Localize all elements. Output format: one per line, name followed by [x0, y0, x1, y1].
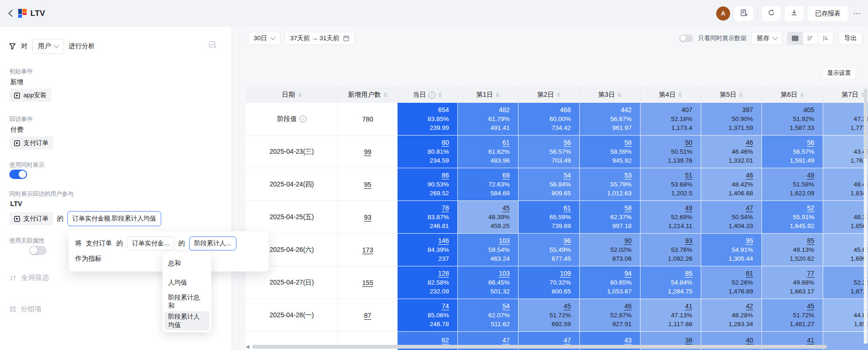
- heat-cell[interactable]: 40752.18%1,173.4: [640, 103, 701, 136]
- heat-cell[interactable]: 5153.68%1,202.5: [640, 168, 701, 201]
- sort-icon[interactable]: [800, 93, 804, 97]
- column-header[interactable]: 第2日: [519, 87, 580, 103]
- heat-cell[interactable]: 4551.72%692.59: [519, 299, 580, 332]
- heat-cell[interactable]: 4648.42%1,834.33: [823, 168, 868, 201]
- initial-event-tag[interactable]: app安装: [9, 89, 51, 102]
- only-simultaneous-toggle[interactable]: [679, 35, 693, 42]
- sort-icon[interactable]: [739, 93, 743, 97]
- sort-icon[interactable]: [384, 93, 387, 97]
- heat-cell[interactable]: 7485.06%246.78: [398, 299, 458, 332]
- heat-cell[interactable]: 5456.84%809.65: [519, 168, 580, 201]
- heat-cell[interactable]: 4147.13%1,117.88: [640, 299, 701, 332]
- heat-cell[interactable]: 5862.37%997.18: [580, 201, 640, 234]
- avatar[interactable]: A: [716, 7, 730, 21]
- download-button[interactable]: [785, 6, 804, 21]
- sort-icon[interactable]: [618, 93, 621, 97]
- heat-cell[interactable]: 8152.26%1,476.89: [701, 266, 762, 299]
- heat-cell[interactable]: 5858.59%945.92: [580, 136, 640, 168]
- scroll-left-icon[interactable]: ◀: [246, 344, 252, 349]
- heat-cell[interactable]: 4646.46%1,332.01: [701, 136, 762, 168]
- heat-cell[interactable]: 44256.67%961.97: [580, 103, 640, 136]
- column-header[interactable]: 第3日: [580, 87, 640, 103]
- new-users-cell[interactable]: 155: [338, 266, 398, 299]
- heat-cell[interactable]: 4951.58%1,622.09: [762, 168, 823, 201]
- heat-cell[interactable]: 39750.90%1,371.59: [701, 103, 762, 136]
- new-users-cell[interactable]: 87: [338, 299, 398, 332]
- scrollbar-thumb[interactable]: [252, 345, 827, 349]
- heat-cell[interactable]: 7945.66%1,699.35: [823, 234, 868, 266]
- heat-cell[interactable]: 4548.39%459.25: [458, 201, 519, 234]
- group-by-row[interactable]: 分组项: [9, 305, 42, 314]
- dropdown-option[interactable]: 人均值: [163, 273, 211, 292]
- property-select[interactable]: 订单实付金...: [127, 236, 174, 250]
- heat-cell[interactable]: 10970.32%800.65: [519, 266, 580, 299]
- heat-cell[interactable]: 4248.28%1,283.34: [701, 299, 762, 332]
- ltv-metric-select[interactable]: 订单实付金额.阶段累计人均值: [67, 211, 161, 226]
- column-header[interactable]: 第1日: [458, 87, 519, 103]
- heat-cell[interactable]: 3944.83%1,658.4: [823, 299, 868, 332]
- new-users-cell[interactable]: 95: [338, 168, 398, 201]
- heat-cell[interactable]: 9655.49%677.45: [519, 234, 580, 266]
- heat-cell[interactable]: 4750.54%1,404.33: [701, 201, 762, 234]
- chart-view-button[interactable]: [803, 32, 818, 44]
- heat-cell[interactable]: 8554.84%1,284.75: [640, 266, 701, 299]
- column-header[interactable]: 新增用户数: [338, 87, 398, 103]
- heat-cell[interactable]: 4952.69%1,214.11: [640, 201, 701, 234]
- table-view-button[interactable]: [788, 32, 803, 44]
- date-range-button[interactable]: 37天前 → 31天前: [285, 32, 355, 45]
- heat-cell[interactable]: 10359.54%463.24: [458, 234, 519, 266]
- return-event-tag[interactable]: 支付订单: [9, 136, 53, 150]
- heat-cell[interactable]: 9554.91%1,305.44: [701, 234, 762, 266]
- heat-cell[interactable]: 5255.91%1,645.92: [762, 201, 823, 234]
- export-button[interactable]: 导出: [839, 32, 862, 45]
- heat-cell[interactable]: 5355.79%1,012.63: [580, 168, 640, 201]
- dropdown-option[interactable]: 总和: [163, 254, 211, 273]
- save-as-report-button[interactable]: [734, 6, 753, 21]
- more-button[interactable]: ⋯: [853, 9, 861, 18]
- heat-cell[interactable]: 5462.07%511.62: [458, 299, 519, 332]
- new-users-cell[interactable]: 99: [338, 136, 398, 168]
- heat-cell[interactable]: 7749.68%1,663.17: [762, 266, 823, 299]
- column-header[interactable]: 第6日: [762, 87, 823, 103]
- sort-icon[interactable]: [298, 93, 302, 97]
- heat-cell[interactable]: 40551.92%1,587.33: [762, 103, 823, 136]
- aggregation-select[interactable]: 阶段累计人...: [189, 236, 236, 250]
- heat-cell[interactable]: 9353.76%1,092.26: [640, 234, 701, 266]
- heat-cell[interactable]: 4343.43%1,761.85: [823, 136, 868, 168]
- heat-cell[interactable]: 4648.42%1,406.68: [701, 168, 762, 201]
- column-header[interactable]: 第4日: [640, 87, 701, 103]
- dropdown-option[interactable]: 阶段累计总和: [163, 292, 211, 311]
- heat-cell[interactable]: 6161.62%483.96: [458, 136, 519, 168]
- sort-icon[interactable]: [678, 93, 682, 97]
- heat-cell[interactable]: 8690.53%269.52: [398, 168, 458, 201]
- heat-cell[interactable]: 4551.72%1,481.27: [762, 299, 823, 332]
- add-chart-icon[interactable]: [208, 41, 217, 51]
- ltv-event-tag[interactable]: 支付订单: [9, 212, 53, 225]
- heat-cell[interactable]: 36947.31%1,777.94: [823, 103, 868, 136]
- heat-cell[interactable]: 7883.87%246.81: [398, 201, 458, 234]
- column-header[interactable]: 第5日: [701, 87, 762, 103]
- horizontal-scrollbar[interactable]: ◀: [246, 344, 862, 349]
- heat-cell[interactable]: 10366.45%501.32: [458, 266, 519, 299]
- heat-cell[interactable]: 48261.79%491.41: [458, 103, 519, 136]
- new-users-cell[interactable]: 173: [338, 234, 398, 266]
- heat-cell[interactable]: 14684.39%237: [398, 234, 458, 266]
- saved-reports-button[interactable]: 已存报表: [808, 6, 848, 21]
- display-settings-button[interactable]: 显示设置: [822, 67, 856, 79]
- back-button[interactable]: [7, 8, 17, 19]
- heat-cell[interactable]: 5656.57%1,591.49: [762, 136, 823, 168]
- heat-cell[interactable]: 5050.51%1,139.76: [640, 136, 701, 168]
- heat-cell[interactable]: 46860.00%734.42: [519, 103, 580, 136]
- heat-cell[interactable]: 65483.85%239.99: [398, 103, 458, 136]
- column-header[interactable]: 日期: [246, 87, 338, 103]
- heat-cell[interactable]: 8152.26%1,871.05: [823, 266, 868, 299]
- global-filter-row[interactable]: 全局筛选: [9, 273, 49, 282]
- sort-icon[interactable]: [557, 93, 561, 97]
- heat-cell[interactable]: 6165.59%739.69: [519, 201, 580, 234]
- subject-select[interactable]: 用户: [32, 39, 64, 54]
- simultaneous-toggle[interactable]: [9, 170, 27, 179]
- related-attr-toggle[interactable]: [29, 246, 47, 255]
- scrollbar-thumb[interactable]: [864, 89, 867, 159]
- trend-view-button[interactable]: [818, 32, 833, 44]
- heat-cell[interactable]: 12882.58%232.09: [398, 266, 458, 299]
